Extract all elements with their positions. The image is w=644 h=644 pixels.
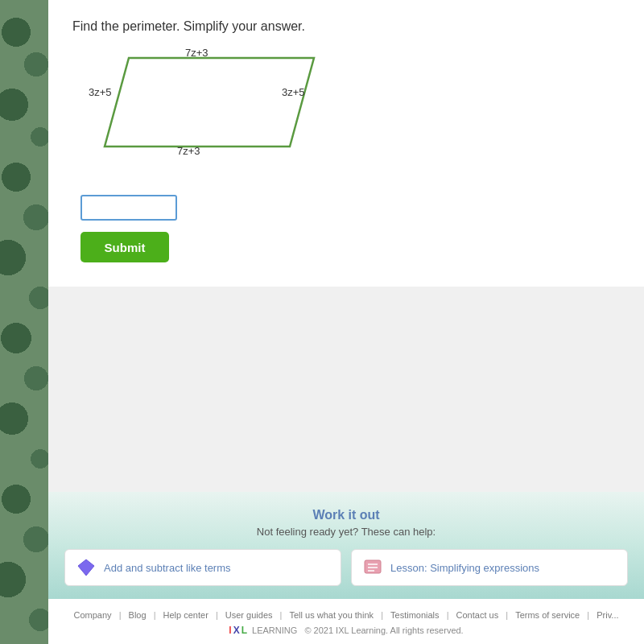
- footer-copyright: LEARNING © 2021 IXL Learning. All rights…: [252, 625, 464, 635]
- footer-links: Company | Blog | Help center | User guid…: [56, 610, 636, 620]
- answer-input[interactable]: [80, 195, 177, 221]
- footer-privacy[interactable]: Priv...: [597, 610, 618, 620]
- question-panel: Find the perimeter. Simplify your answer…: [48, 0, 644, 287]
- footer-help-center[interactable]: Help center: [163, 610, 208, 620]
- work-it-out-subtitle: Not feeling ready yet? These can help:: [64, 526, 628, 538]
- middle-area: [48, 287, 644, 492]
- footer-testimonials[interactable]: Testimonials: [390, 610, 440, 620]
- footer-brand: IXL LEARNING © 2021 IXL Learning. All ri…: [56, 625, 636, 636]
- shape-svg: [89, 50, 330, 155]
- footer-blog[interactable]: Blog: [129, 610, 147, 620]
- work-it-out-section: Work it out Not feeling ready yet? These…: [48, 492, 644, 599]
- help-link-add-subtract[interactable]: Add and subtract like terms: [64, 549, 341, 586]
- answer-area: Submit: [72, 195, 620, 262]
- footer-terms[interactable]: Terms of service: [515, 610, 580, 620]
- svg-marker-1: [78, 559, 94, 576]
- footer-company[interactable]: Company: [73, 610, 111, 620]
- footer-tell-us[interactable]: Tell us what you think: [290, 610, 374, 620]
- help-links-row: Add and subtract like terms Lesson: Simp…: [64, 549, 628, 586]
- ixl-logo: IXL: [229, 625, 247, 636]
- help-link-label-1: Add and subtract like terms: [104, 562, 231, 574]
- shape-container: 7z+3 3z+5 3z+5 7z+3: [89, 50, 346, 179]
- help-link-lesson[interactable]: Lesson: Simplifying expressions: [351, 549, 628, 586]
- footer-contact[interactable]: Contact us: [456, 610, 499, 620]
- help-link-label-2: Lesson: Simplifying expressions: [390, 562, 539, 574]
- decorative-sidebar: [0, 0, 48, 644]
- footer: Company | Blog | Help center | User guid…: [48, 599, 644, 644]
- submit-button[interactable]: Submit: [80, 232, 169, 262]
- svg-marker-0: [105, 58, 314, 147]
- right-label: 3z+5: [282, 86, 305, 98]
- footer-user-guides[interactable]: User guides: [225, 610, 273, 620]
- question-instruction: Find the perimeter. Simplify your answer…: [72, 19, 620, 34]
- work-it-out-title: Work it out: [64, 508, 628, 522]
- diamond-icon: [76, 558, 96, 577]
- left-label: 3z+5: [89, 86, 112, 98]
- bottom-label: 7z+3: [177, 145, 200, 157]
- main-content: Find the perimeter. Simplify your answer…: [48, 0, 644, 644]
- lesson-icon: [363, 558, 382, 577]
